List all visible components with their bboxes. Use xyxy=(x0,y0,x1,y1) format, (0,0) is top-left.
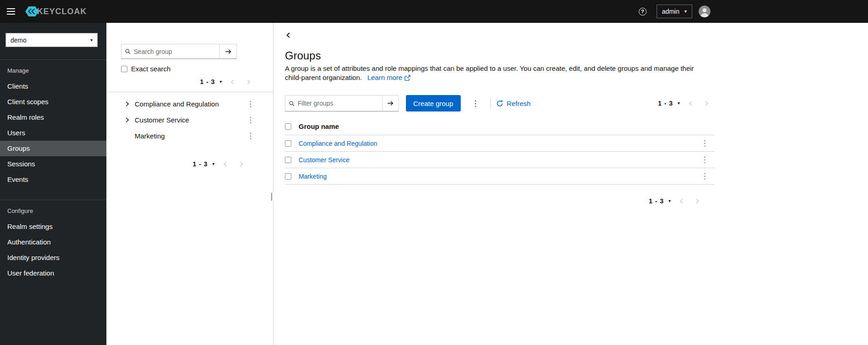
sidebar-item-authentication[interactable]: Authentication xyxy=(0,234,106,250)
sidebar-item-realm-settings[interactable]: Realm settings xyxy=(0,219,106,234)
sidebar-item-sessions[interactable]: Sessions xyxy=(0,156,106,172)
exact-search-checkbox[interactable] xyxy=(121,66,127,72)
table-row: Marketing ⋮ xyxy=(285,168,715,185)
group-link[interactable]: Marketing xyxy=(299,173,326,180)
chevron-down-icon: ▾ xyxy=(668,199,671,203)
chevron-left-icon xyxy=(689,101,693,106)
filter-groups-input[interactable] xyxy=(298,100,379,107)
chevron-right-icon xyxy=(247,79,251,85)
chevron-down-icon: ▾ xyxy=(678,101,680,106)
kebab-menu-button[interactable]: ⋮ xyxy=(699,139,711,147)
filter-groups-submit-button[interactable] xyxy=(382,95,399,111)
chevron-right-icon xyxy=(695,198,700,204)
chevron-down-icon: ▾ xyxy=(684,9,687,14)
collapse-tree-button[interactable] xyxy=(285,31,291,39)
pagination-next-button[interactable] xyxy=(241,77,257,87)
tree-item-label[interactable]: Compliance and Regulation xyxy=(135,100,244,108)
chevron-right-icon xyxy=(125,117,129,123)
pagination-prev-button[interactable] xyxy=(683,99,699,108)
groups-table: Group name Compliance and Regulation ⋮ C… xyxy=(285,118,715,185)
arrow-right-icon xyxy=(225,49,231,54)
pagination-prev-button[interactable] xyxy=(217,159,233,169)
exact-search: Exact search xyxy=(121,65,257,73)
row-checkbox[interactable] xyxy=(285,140,291,147)
tree-item-label[interactable]: Marketing xyxy=(135,132,244,140)
search-group-submit-button[interactable] xyxy=(219,44,237,59)
tree-item: Marketing ⋮ xyxy=(121,128,257,144)
group-link[interactable]: Compliance and Regulation xyxy=(299,140,377,147)
pagination-next-button[interactable] xyxy=(233,159,249,169)
chevron-down-icon: ▾ xyxy=(220,80,222,84)
exact-search-label: Exact search xyxy=(131,65,171,73)
user-menu-dropdown[interactable]: admin ▾ xyxy=(657,5,692,18)
kebab-menu-button[interactable]: ⋮ xyxy=(244,132,257,140)
realm-selector[interactable]: demo ▾ xyxy=(5,33,98,47)
external-link-icon xyxy=(405,75,410,81)
arrow-right-icon xyxy=(387,101,394,106)
pagination-next-button[interactable] xyxy=(699,99,715,108)
pagination-range: 1 - 3 xyxy=(200,78,215,85)
tree-item-label[interactable]: Customer Service xyxy=(135,116,244,124)
hamburger-menu-button[interactable] xyxy=(0,0,22,23)
pagination-prev-button[interactable] xyxy=(673,196,689,206)
row-checkbox[interactable] xyxy=(285,173,291,180)
search-icon xyxy=(125,48,131,54)
sidebar-item-groups[interactable]: Groups xyxy=(0,141,106,156)
masthead: KEYCLOAK ? admin ▾ xyxy=(0,0,868,23)
sidebar-item-realm-roles[interactable]: Realm roles xyxy=(0,110,106,125)
hamburger-icon xyxy=(7,11,15,12)
pagination-range-dropdown[interactable]: 1 - 3 ▾ xyxy=(655,98,683,109)
filter-input-wrap xyxy=(285,95,383,111)
main-pagination-bottom: 1 - 3 ▾ xyxy=(285,196,715,207)
pagination-range-dropdown[interactable]: 1 - 3 ▾ xyxy=(197,76,225,87)
pagination-range-dropdown[interactable]: 1 - 3 ▾ xyxy=(190,159,217,170)
chevron-left-icon xyxy=(223,161,227,167)
chevron-right-icon xyxy=(125,101,129,107)
expand-toggle[interactable] xyxy=(122,101,132,107)
kebab-menu-button[interactable]: ⋮ xyxy=(244,100,257,108)
groups-tree: Compliance and Regulation ⋮ Customer Ser… xyxy=(121,96,257,144)
search-group-input[interactable] xyxy=(134,48,216,55)
group-link[interactable]: Customer Service xyxy=(299,156,349,164)
sidebar-item-clients[interactable]: Clients xyxy=(0,79,106,94)
sidebar: demo ▾ Manage Clients Client scopes Real… xyxy=(0,23,106,345)
create-group-button[interactable]: Create group xyxy=(406,95,461,111)
description-text: A group is a set of attributes and role … xyxy=(285,64,694,81)
kebab-menu-button[interactable]: ⋮ xyxy=(699,172,711,180)
toolbar-kebab-menu-button[interactable]: ⋮ xyxy=(466,100,485,107)
help-button[interactable]: ? xyxy=(639,8,647,16)
sidebar-item-client-scopes[interactable]: Client scopes xyxy=(0,94,106,110)
table-row: Compliance and Regulation ⋮ xyxy=(285,135,715,152)
expand-toggle[interactable] xyxy=(122,117,132,123)
pagination-range: 1 - 3 xyxy=(649,197,664,205)
refresh-icon xyxy=(496,100,503,107)
divider xyxy=(106,92,273,92)
pagination-range: 1 - 3 xyxy=(193,160,208,168)
refresh-button[interactable]: Refresh xyxy=(496,100,531,107)
avatar[interactable] xyxy=(699,5,710,17)
sidebar-section-manage: Manage Clients Client scopes Realm roles… xyxy=(0,59,106,187)
select-all-checkbox[interactable] xyxy=(285,123,291,130)
kebab-menu-button[interactable]: ⋮ xyxy=(244,116,257,124)
group-name-column-header: Group name xyxy=(299,122,715,130)
main-content: Groups A group is a set of attributes an… xyxy=(274,23,868,345)
keycloak-logo-text: KEYCLOAK xyxy=(37,7,87,16)
row-checkbox[interactable] xyxy=(285,157,291,163)
pagination-prev-button[interactable] xyxy=(225,77,241,87)
refresh-label: Refresh xyxy=(507,100,531,107)
kebab-menu-button[interactable]: ⋮ xyxy=(699,156,711,164)
table-header-row: Group name xyxy=(285,118,715,135)
learn-more-link[interactable]: Learn more xyxy=(367,73,410,82)
pagination-range-dropdown[interactable]: 1 - 3 ▾ xyxy=(646,196,673,207)
sidebar-section-label: Manage xyxy=(0,67,106,74)
chevron-left-icon xyxy=(679,198,684,204)
keycloak-logo[interactable]: KEYCLOAK xyxy=(25,4,87,19)
pagination-next-button[interactable] xyxy=(689,196,705,206)
sidebar-item-user-federation[interactable]: User federation xyxy=(0,265,106,281)
sidebar-item-identity-providers[interactable]: Identity providers xyxy=(0,250,106,265)
groups-toolbar: Create group ⋮ Refresh 1 - 3 ▾ xyxy=(285,95,715,111)
sidebar-item-events[interactable]: Events xyxy=(0,172,106,187)
sidebar-item-users[interactable]: Users xyxy=(0,125,106,141)
table-row: Customer Service ⋮ xyxy=(285,152,715,168)
learn-more-label: Learn more xyxy=(367,73,402,82)
